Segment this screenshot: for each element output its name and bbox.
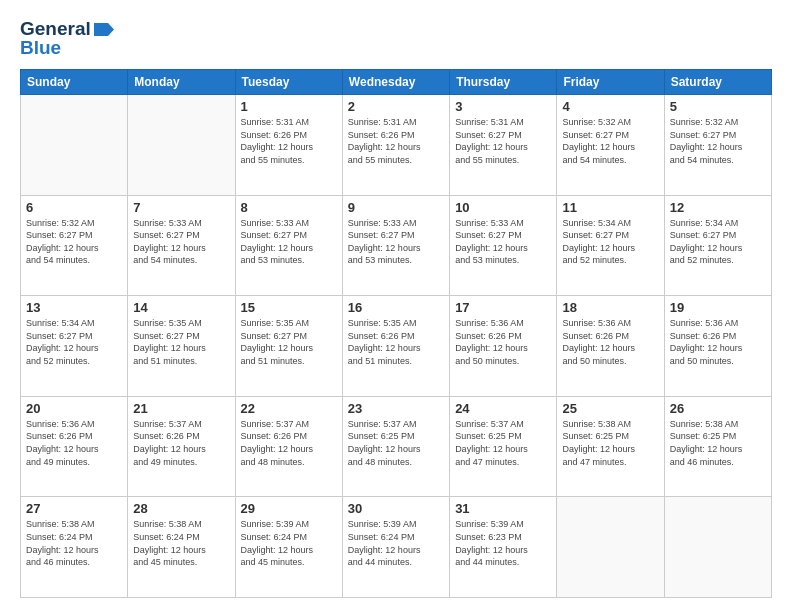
day-number: 17: [455, 300, 551, 315]
day-number: 30: [348, 501, 444, 516]
day-info: Sunrise: 5:37 AMSunset: 6:25 PMDaylight:…: [455, 419, 528, 467]
day-number: 14: [133, 300, 229, 315]
day-info: Sunrise: 5:34 AMSunset: 6:27 PMDaylight:…: [26, 318, 99, 366]
header-row: Sunday Monday Tuesday Wednesday Thursday…: [21, 70, 772, 95]
day-number: 15: [241, 300, 337, 315]
day-number: 11: [562, 200, 658, 215]
day-info: Sunrise: 5:35 AMSunset: 6:27 PMDaylight:…: [133, 318, 206, 366]
calendar-cell: 16Sunrise: 5:35 AMSunset: 6:26 PMDayligh…: [342, 296, 449, 397]
day-number: 5: [670, 99, 766, 114]
day-number: 22: [241, 401, 337, 416]
day-number: 19: [670, 300, 766, 315]
calendar-cell: [21, 95, 128, 196]
day-info: Sunrise: 5:32 AMSunset: 6:27 PMDaylight:…: [670, 117, 743, 165]
col-thursday: Thursday: [450, 70, 557, 95]
day-info: Sunrise: 5:38 AMSunset: 6:24 PMDaylight:…: [133, 519, 206, 567]
calendar-week-4: 20Sunrise: 5:36 AMSunset: 6:26 PMDayligh…: [21, 396, 772, 497]
day-number: 2: [348, 99, 444, 114]
day-number: 28: [133, 501, 229, 516]
day-number: 10: [455, 200, 551, 215]
calendar-cell: 1Sunrise: 5:31 AMSunset: 6:26 PMDaylight…: [235, 95, 342, 196]
calendar-week-5: 27Sunrise: 5:38 AMSunset: 6:24 PMDayligh…: [21, 497, 772, 598]
calendar-cell: 15Sunrise: 5:35 AMSunset: 6:27 PMDayligh…: [235, 296, 342, 397]
calendar-week-2: 6Sunrise: 5:32 AMSunset: 6:27 PMDaylight…: [21, 195, 772, 296]
calendar-week-3: 13Sunrise: 5:34 AMSunset: 6:27 PMDayligh…: [21, 296, 772, 397]
calendar-cell: 24Sunrise: 5:37 AMSunset: 6:25 PMDayligh…: [450, 396, 557, 497]
day-number: 1: [241, 99, 337, 114]
calendar-cell: 7Sunrise: 5:33 AMSunset: 6:27 PMDaylight…: [128, 195, 235, 296]
day-number: 25: [562, 401, 658, 416]
col-tuesday: Tuesday: [235, 70, 342, 95]
calendar-cell: 25Sunrise: 5:38 AMSunset: 6:25 PMDayligh…: [557, 396, 664, 497]
calendar-cell: [128, 95, 235, 196]
logo: General Blue: [20, 18, 114, 59]
col-sunday: Sunday: [21, 70, 128, 95]
col-saturday: Saturday: [664, 70, 771, 95]
page: General Blue Sunday Monday Tuesday Wedne…: [0, 0, 792, 612]
calendar-cell: 5Sunrise: 5:32 AMSunset: 6:27 PMDaylight…: [664, 95, 771, 196]
day-info: Sunrise: 5:31 AMSunset: 6:27 PMDaylight:…: [455, 117, 528, 165]
day-info: Sunrise: 5:33 AMSunset: 6:27 PMDaylight:…: [241, 218, 314, 266]
calendar-cell: 20Sunrise: 5:36 AMSunset: 6:26 PMDayligh…: [21, 396, 128, 497]
day-info: Sunrise: 5:34 AMSunset: 6:27 PMDaylight:…: [562, 218, 635, 266]
logo-arrow: [94, 23, 114, 36]
day-number: 8: [241, 200, 337, 215]
day-number: 4: [562, 99, 658, 114]
day-info: Sunrise: 5:38 AMSunset: 6:25 PMDaylight:…: [670, 419, 743, 467]
day-number: 6: [26, 200, 122, 215]
logo-blue: Blue: [20, 37, 61, 59]
col-wednesday: Wednesday: [342, 70, 449, 95]
day-number: 31: [455, 501, 551, 516]
calendar-cell: 12Sunrise: 5:34 AMSunset: 6:27 PMDayligh…: [664, 195, 771, 296]
calendar-cell: 3Sunrise: 5:31 AMSunset: 6:27 PMDaylight…: [450, 95, 557, 196]
calendar-cell: 10Sunrise: 5:33 AMSunset: 6:27 PMDayligh…: [450, 195, 557, 296]
calendar-cell: 4Sunrise: 5:32 AMSunset: 6:27 PMDaylight…: [557, 95, 664, 196]
calendar-cell: 19Sunrise: 5:36 AMSunset: 6:26 PMDayligh…: [664, 296, 771, 397]
day-info: Sunrise: 5:38 AMSunset: 6:25 PMDaylight:…: [562, 419, 635, 467]
day-number: 13: [26, 300, 122, 315]
calendar-cell: 26Sunrise: 5:38 AMSunset: 6:25 PMDayligh…: [664, 396, 771, 497]
day-info: Sunrise: 5:36 AMSunset: 6:26 PMDaylight:…: [26, 419, 99, 467]
day-info: Sunrise: 5:39 AMSunset: 6:24 PMDaylight:…: [348, 519, 421, 567]
day-info: Sunrise: 5:34 AMSunset: 6:27 PMDaylight:…: [670, 218, 743, 266]
calendar-cell: 21Sunrise: 5:37 AMSunset: 6:26 PMDayligh…: [128, 396, 235, 497]
day-info: Sunrise: 5:35 AMSunset: 6:27 PMDaylight:…: [241, 318, 314, 366]
calendar-cell: 28Sunrise: 5:38 AMSunset: 6:24 PMDayligh…: [128, 497, 235, 598]
calendar-cell: 31Sunrise: 5:39 AMSunset: 6:23 PMDayligh…: [450, 497, 557, 598]
calendar-cell: 2Sunrise: 5:31 AMSunset: 6:26 PMDaylight…: [342, 95, 449, 196]
day-number: 3: [455, 99, 551, 114]
header: General Blue: [20, 18, 772, 59]
calendar-cell: 8Sunrise: 5:33 AMSunset: 6:27 PMDaylight…: [235, 195, 342, 296]
day-info: Sunrise: 5:39 AMSunset: 6:24 PMDaylight:…: [241, 519, 314, 567]
svg-marker-0: [94, 23, 114, 36]
calendar-cell: 18Sunrise: 5:36 AMSunset: 6:26 PMDayligh…: [557, 296, 664, 397]
day-number: 27: [26, 501, 122, 516]
calendar-cell: 29Sunrise: 5:39 AMSunset: 6:24 PMDayligh…: [235, 497, 342, 598]
day-info: Sunrise: 5:35 AMSunset: 6:26 PMDaylight:…: [348, 318, 421, 366]
calendar-cell: 6Sunrise: 5:32 AMSunset: 6:27 PMDaylight…: [21, 195, 128, 296]
day-info: Sunrise: 5:38 AMSunset: 6:24 PMDaylight:…: [26, 519, 99, 567]
calendar-cell: 14Sunrise: 5:35 AMSunset: 6:27 PMDayligh…: [128, 296, 235, 397]
day-number: 20: [26, 401, 122, 416]
day-info: Sunrise: 5:39 AMSunset: 6:23 PMDaylight:…: [455, 519, 528, 567]
day-info: Sunrise: 5:33 AMSunset: 6:27 PMDaylight:…: [455, 218, 528, 266]
day-number: 29: [241, 501, 337, 516]
calendar-cell: [664, 497, 771, 598]
day-number: 24: [455, 401, 551, 416]
day-number: 23: [348, 401, 444, 416]
day-number: 12: [670, 200, 766, 215]
calendar-cell: 9Sunrise: 5:33 AMSunset: 6:27 PMDaylight…: [342, 195, 449, 296]
calendar-week-1: 1Sunrise: 5:31 AMSunset: 6:26 PMDaylight…: [21, 95, 772, 196]
day-info: Sunrise: 5:36 AMSunset: 6:26 PMDaylight:…: [455, 318, 528, 366]
day-info: Sunrise: 5:31 AMSunset: 6:26 PMDaylight:…: [241, 117, 314, 165]
col-friday: Friday: [557, 70, 664, 95]
calendar-table: Sunday Monday Tuesday Wednesday Thursday…: [20, 69, 772, 598]
calendar-cell: 13Sunrise: 5:34 AMSunset: 6:27 PMDayligh…: [21, 296, 128, 397]
day-info: Sunrise: 5:33 AMSunset: 6:27 PMDaylight:…: [348, 218, 421, 266]
day-number: 21: [133, 401, 229, 416]
calendar-cell: 22Sunrise: 5:37 AMSunset: 6:26 PMDayligh…: [235, 396, 342, 497]
calendar-cell: [557, 497, 664, 598]
day-info: Sunrise: 5:36 AMSunset: 6:26 PMDaylight:…: [562, 318, 635, 366]
day-number: 26: [670, 401, 766, 416]
day-info: Sunrise: 5:37 AMSunset: 6:25 PMDaylight:…: [348, 419, 421, 467]
